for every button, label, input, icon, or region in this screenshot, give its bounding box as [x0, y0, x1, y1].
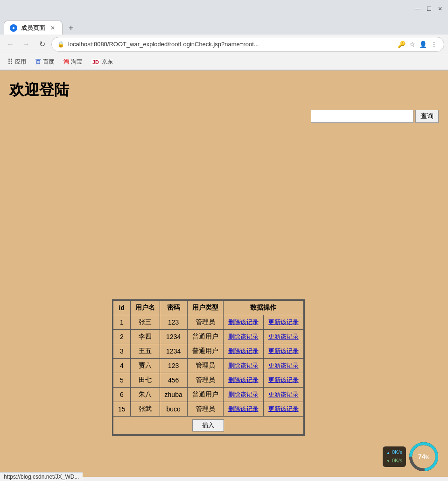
- tab-favicon: ●: [10, 24, 17, 32]
- cell-type: 普通用户: [187, 330, 223, 344]
- search-button[interactable]: 查询: [415, 110, 439, 123]
- update-link[interactable]: 更新该记录: [268, 376, 299, 383]
- search-input[interactable]: [311, 110, 413, 123]
- table-row: 1 张三 123 管理员 删除该记录 更新该记录: [113, 315, 304, 330]
- data-table: id 用户名 密码 用户类型 数据操作 1 张三 123 管理员 删除该记录 更…: [113, 300, 304, 435]
- cell-update[interactable]: 更新该记录: [263, 330, 303, 344]
- cell-name: 张三: [130, 315, 160, 330]
- bookmark-jd-label: 京东: [102, 58, 113, 66]
- upload-speed-value: 0K/s: [392, 448, 402, 457]
- update-link[interactable]: 更新该记录: [268, 333, 299, 340]
- cell-id: 3: [113, 344, 131, 359]
- delete-link[interactable]: 删除该记录: [228, 347, 259, 354]
- cell-type: 管理员: [187, 359, 223, 373]
- table-row: 4 贾六 123 管理员 删除该记录 更新该记录: [113, 359, 304, 373]
- update-link[interactable]: 更新该记录: [268, 347, 299, 354]
- cell-name: 张武: [130, 402, 160, 417]
- cell-id: 1: [113, 315, 131, 330]
- profile-icon[interactable]: 👤: [418, 40, 428, 49]
- tab-close-button[interactable]: ✕: [49, 24, 56, 32]
- reload-button[interactable]: ↻: [35, 38, 49, 51]
- bookmark-apps[interactable]: ⠿ 应用: [4, 57, 30, 67]
- minimize-button[interactable]: —: [413, 5, 422, 13]
- cell-name: 朱八: [130, 388, 160, 402]
- tab-bar: ● 成员页面 ✕ +: [0, 18, 448, 35]
- cell-name: 王五: [130, 344, 160, 359]
- title-bar: — ☐ ✕: [0, 0, 448, 18]
- jd-icon: JD: [91, 59, 100, 65]
- browser-chrome: — ☐ ✕ ● 成员页面 ✕ + ← → ↻ 🔒 🔑 ☆ 👤 ⋮: [0, 0, 448, 71]
- col-header-username: 用户名: [130, 301, 160, 315]
- insert-button[interactable]: 插入: [192, 419, 224, 431]
- update-link[interactable]: 更新该记录: [268, 362, 299, 369]
- cell-name: 李四: [130, 330, 160, 344]
- delete-link[interactable]: 删除该记录: [228, 405, 259, 412]
- cell-password: 456: [160, 373, 187, 388]
- cell-delete[interactable]: 删除该记录: [223, 315, 263, 330]
- cell-delete[interactable]: 删除该记录: [223, 402, 263, 417]
- bookmark-jd[interactable]: JD 京东: [88, 57, 117, 67]
- baidu-icon: 百: [35, 58, 41, 66]
- cell-password: 123: [160, 315, 187, 330]
- bookmark-apps-label: 应用: [15, 58, 26, 66]
- delete-link[interactable]: 删除该记录: [228, 333, 259, 340]
- forward-button[interactable]: →: [20, 38, 33, 51]
- col-header-password: 密码: [160, 301, 187, 315]
- cell-delete[interactable]: 删除该记录: [223, 344, 263, 359]
- new-tab-button[interactable]: +: [64, 21, 77, 35]
- tab-title: 成员页面: [21, 24, 45, 32]
- close-button[interactable]: ✕: [436, 5, 444, 13]
- bookmark-baidu[interactable]: 百 百度: [32, 57, 58, 67]
- upload-arrow-icon: [386, 448, 390, 457]
- update-link[interactable]: 更新该记录: [268, 405, 299, 412]
- cell-id: 5: [113, 373, 131, 388]
- maximize-button[interactable]: ☐: [425, 5, 433, 13]
- table-row: 2 李四 1234 普通用户 删除该记录 更新该记录: [113, 330, 304, 344]
- bookmark-taobao[interactable]: 淘 淘宝: [60, 57, 86, 67]
- cell-delete[interactable]: 删除该记录: [223, 388, 263, 402]
- download-speed-row: 0K/s: [386, 457, 402, 465]
- password-icon[interactable]: 🔑: [397, 40, 406, 49]
- back-button[interactable]: ←: [4, 38, 17, 51]
- cell-id: 15: [113, 402, 131, 417]
- delete-link[interactable]: 删除该记录: [228, 362, 259, 369]
- lock-icon: 🔒: [57, 41, 64, 48]
- cell-id: 6: [113, 388, 131, 402]
- cell-type: 管理员: [187, 402, 223, 417]
- table-row: 15 张武 buco 管理员 删除该记录 更新该记录: [113, 402, 304, 417]
- delete-link[interactable]: 删除该记录: [228, 391, 259, 398]
- table-row: 3 王五 1234 普通用户 删除该记录 更新该记录: [113, 344, 304, 359]
- cell-update[interactable]: 更新该记录: [263, 402, 303, 417]
- delete-link[interactable]: 删除该记录: [228, 318, 259, 325]
- bookmark-star-icon[interactable]: ☆: [408, 40, 416, 49]
- status-bar: https://blog.csdn.net/JX_WD...: [0, 472, 83, 481]
- cell-id: 4: [113, 359, 131, 373]
- cell-password: 1234: [160, 344, 187, 359]
- speed-overlay: 0K/s 0K/s 74%: [383, 442, 439, 472]
- update-link[interactable]: 更新该记录: [268, 318, 299, 325]
- cell-update[interactable]: 更新该记录: [263, 359, 303, 373]
- cell-type: 管理员: [187, 373, 223, 388]
- cell-update[interactable]: 更新该记录: [263, 373, 303, 388]
- search-area: 查询: [9, 110, 439, 123]
- apps-grid-icon: ⠿: [7, 57, 13, 66]
- cell-update[interactable]: 更新该记录: [263, 344, 303, 359]
- update-link[interactable]: 更新该记录: [268, 391, 299, 398]
- cell-password: 123: [160, 359, 187, 373]
- cell-id: 2: [113, 330, 131, 344]
- active-tab[interactable]: ● 成员页面 ✕: [4, 21, 63, 35]
- col-header-actions: 数据操作: [223, 301, 303, 315]
- cell-type: 管理员: [187, 315, 223, 330]
- page-title: 欢迎登陆: [9, 80, 439, 100]
- url-input[interactable]: [68, 41, 393, 48]
- bookmark-taobao-label: 淘宝: [71, 58, 82, 66]
- more-options-icon[interactable]: ⋮: [430, 40, 438, 49]
- cell-update[interactable]: 更新该记录: [263, 388, 303, 402]
- cell-update[interactable]: 更新该记录: [263, 315, 303, 330]
- cell-delete[interactable]: 删除该记录: [223, 373, 263, 388]
- gauge-unit: %: [425, 455, 429, 460]
- delete-link[interactable]: 删除该记录: [228, 376, 259, 383]
- cell-delete[interactable]: 删除该记录: [223, 330, 263, 344]
- cell-password: buco: [160, 402, 187, 417]
- cell-delete[interactable]: 删除该记录: [223, 359, 263, 373]
